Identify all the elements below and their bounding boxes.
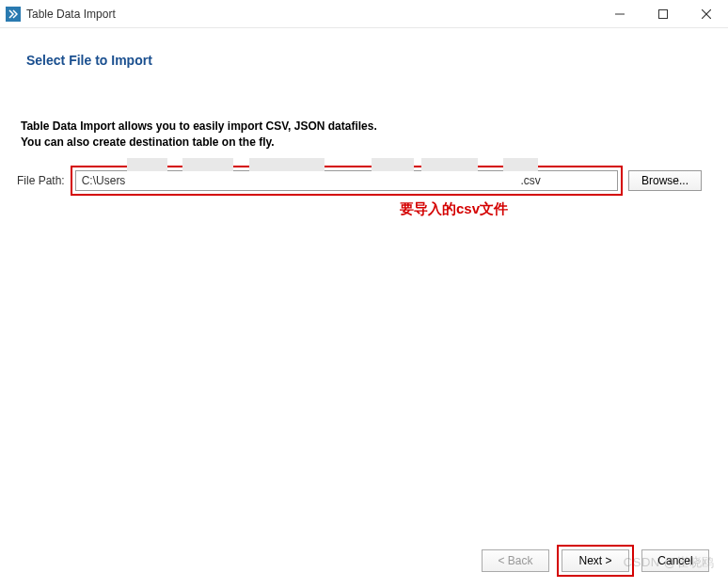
browse-button[interactable]: Browse... [628,170,702,191]
redacted-segment [249,158,324,171]
page-heading: Select File to Import [26,53,702,68]
window-title: Table Data Import [26,8,598,21]
content-area: Select File to Import Table Data Import … [0,28,728,196]
titlebar: Table Data Import [0,0,728,28]
description-text: Table Data Import allows you to easily i… [21,119,702,151]
redacted-segment [421,158,478,171]
description-line: You can also create destination table on… [21,135,702,151]
cancel-button[interactable]: Cancel [641,549,709,572]
file-path-label: File Path: [17,174,65,187]
close-button[interactable] [685,0,728,27]
wizard-button-bar: < Back Next > Cancel [482,545,709,577]
svg-rect-1 [659,9,668,18]
app-icon [6,7,21,22]
next-button-highlight: Next > [557,545,634,577]
file-path-input[interactable] [75,170,618,191]
redacted-segment [503,158,538,171]
redacted-segment [372,158,414,171]
description-line: Table Data Import allows you to easily i… [21,119,702,135]
file-path-row: File Path: Browse... [17,166,702,196]
redacted-segment [182,158,233,171]
maximize-button[interactable] [641,0,685,27]
next-button[interactable]: Next > [562,549,629,572]
window-controls [598,0,728,27]
back-button: < Back [482,549,549,572]
redacted-segment [127,158,167,171]
annotation-text: 要导入的csv文件 [400,200,508,218]
minimize-button[interactable] [598,0,641,27]
